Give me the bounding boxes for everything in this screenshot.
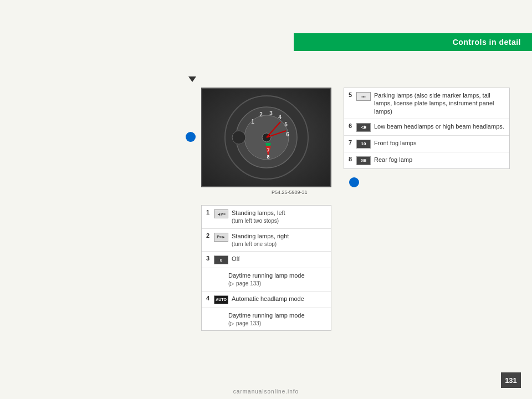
svg-text:7: 7 — [267, 147, 269, 153]
header-bar: Controls in detail — [294, 33, 532, 51]
table-row: 5 ▪▪▪ Parking lamps (also side marker la… — [344, 88, 509, 119]
row-subtext-1: (turn left two stops) — [232, 218, 279, 224]
row-icon-6: ◁■ — [356, 123, 371, 132]
svg-point-16 — [232, 131, 245, 144]
svg-text:8: 8 — [267, 154, 269, 160]
row-text-2: Standing lamps, right (turn left one sto… — [232, 232, 326, 248]
header-title: Controls in detail — [453, 38, 521, 47]
row-number: 5 — [349, 91, 356, 98]
row-text-3b: Daytime running lamp mode (▷ page 133) — [228, 272, 326, 288]
bullet-marker-2 — [349, 177, 359, 187]
table-row: 4 AUTO Automatic headlamp mode — [202, 291, 331, 308]
row-icon-3: 0 — [214, 255, 228, 264]
table-row: 7 10 Front fog lamps — [344, 136, 509, 152]
row-number: 4 — [206, 295, 214, 301]
right-table: 5 ▪▪▪ Parking lamps (also side marker la… — [344, 88, 510, 169]
row-number: 6 — [349, 122, 356, 129]
row-icon-1: ◄P≡ — [214, 209, 228, 218]
row-text-7: Front fog lamps — [374, 139, 505, 147]
table-row: 1 ◄P≡ Standing lamps, left (turn left tw… — [202, 206, 331, 229]
watermark: carmanualsonline.info — [233, 388, 299, 395]
table-row: 8 0⊞ Rear fog lamp — [344, 152, 509, 168]
page-content — [0, 0, 532, 399]
bullet-marker-1 — [186, 132, 196, 142]
svg-text:6: 6 — [286, 131, 289, 137]
row-number: 7 — [349, 139, 356, 146]
row-text-4: Automatic headlamp mode — [232, 295, 326, 303]
row-text-3: Off — [232, 255, 326, 263]
row-number: 8 — [349, 156, 356, 162]
table-row: 6 ◁■ Low beam headlamps or high beam hea… — [344, 119, 509, 136]
page-number: 131 — [501, 372, 521, 388]
row-subtext-3b: (▷ page 133) — [228, 280, 261, 287]
svg-text:4: 4 — [278, 114, 282, 120]
row-icon-8: 0⊞ — [356, 156, 371, 165]
table-row: 2 P≡► Standing lamps, right (turn left o… — [202, 229, 331, 252]
row-text-6: Low beam headlamps or high beam headlamp… — [374, 122, 505, 130]
svg-text:5: 5 — [284, 121, 288, 127]
row-text-8: Rear fog lamp — [374, 156, 505, 163]
row-number: 1 — [206, 209, 214, 216]
table-row: Daytime running lamp mode (▷ page 133) — [202, 268, 331, 291]
table-row: Daytime running lamp mode (▷ page 133) — [202, 308, 331, 331]
section-marker — [188, 76, 196, 82]
row-icon-7: 10 — [356, 140, 371, 149]
row-text-4b: Daytime running lamp mode (▷ page 133) — [228, 311, 326, 328]
car-dial-image: 1 2 3 4 5 6 7 8 — [201, 88, 331, 187]
svg-text:3: 3 — [269, 110, 273, 116]
dial-svg: 1 2 3 4 5 6 7 8 — [222, 93, 311, 182]
row-number: 3 — [206, 255, 214, 262]
car-dial-inner: 1 2 3 4 5 6 7 8 — [202, 89, 330, 186]
row-icon-5: ▪▪▪ — [356, 92, 371, 101]
svg-text:2: 2 — [259, 111, 263, 117]
row-subtext-4b: (▷ page 133) — [228, 320, 261, 326]
row-text-5: Parking lamps (also side marker lamps, t… — [374, 91, 505, 115]
image-caption: P54.25-5909-31 — [272, 190, 308, 195]
row-number: 2 — [206, 232, 214, 239]
lower-table: 1 ◄P≡ Standing lamps, left (turn left tw… — [201, 205, 331, 331]
svg-text:1: 1 — [251, 119, 254, 125]
table-row: 3 0 Off — [202, 252, 331, 268]
row-icon-4: AUTO — [214, 295, 228, 304]
row-icon-2: P≡► — [214, 233, 228, 242]
row-subtext-2: (turn left one stop) — [232, 241, 277, 247]
row-text-1: Standing lamps, left (turn left two stop… — [232, 209, 326, 225]
